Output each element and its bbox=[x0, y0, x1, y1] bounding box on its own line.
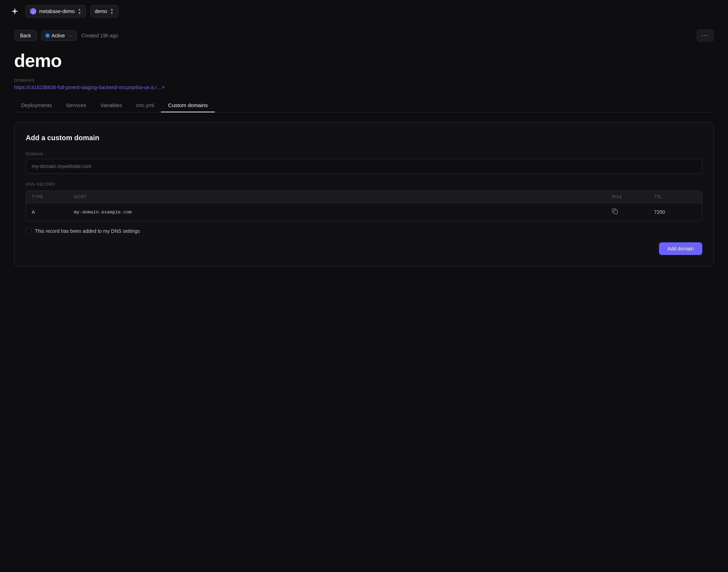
dns-host-cell: my-domain.example.com bbox=[74, 210, 612, 215]
project-selector-chevrons: ▲▼ bbox=[77, 7, 81, 15]
logo bbox=[8, 5, 21, 18]
dns-record-table: TYPE HOST IPV4 TTL A my-domain.example.c… bbox=[26, 191, 702, 221]
project-icon bbox=[30, 8, 36, 14]
card-title: Add a custom domain bbox=[26, 134, 702, 142]
svg-rect-0 bbox=[614, 210, 617, 214]
status-more: ··· bbox=[68, 33, 73, 38]
dns-table-header: TYPE HOST IPV4 TTL bbox=[26, 191, 702, 203]
domains-section: DOMAINS https://c418236836-full-pment-st… bbox=[14, 78, 714, 90]
env-selector-chevrons: ▲▼ bbox=[110, 7, 114, 15]
dns-col-ipv4: IPV4 bbox=[612, 194, 654, 199]
domain-input[interactable] bbox=[26, 159, 702, 174]
add-domain-button[interactable]: Add domain bbox=[659, 242, 702, 255]
tabs: Deployments Services Variables cnc.yml C… bbox=[14, 99, 714, 112]
env-selector[interactable]: demo ▲▼ bbox=[90, 5, 118, 18]
env-selector-label: demo bbox=[95, 8, 107, 14]
domain-link[interactable]: https://c418236836-full-pment-staging-ba… bbox=[14, 85, 714, 90]
tab-deployments[interactable]: Deployments bbox=[14, 99, 59, 112]
tab-variables[interactable]: Variables bbox=[93, 99, 129, 112]
tab-services[interactable]: Services bbox=[59, 99, 94, 112]
dns-col-ttl: TTL bbox=[654, 194, 696, 199]
status-label: Active bbox=[51, 33, 65, 38]
status-badge[interactable]: Active ··· bbox=[41, 30, 77, 41]
project-selector[interactable]: metabase-demo ▲▼ bbox=[25, 5, 86, 18]
tab-cnc-yml[interactable]: cnc.yml bbox=[129, 99, 161, 112]
page-title: demo bbox=[14, 50, 714, 71]
dns-type-cell: A bbox=[32, 209, 74, 215]
dns-col-type: TYPE bbox=[32, 194, 74, 199]
main-content: Back Active ··· Created 19h ago ··· demo… bbox=[0, 23, 728, 274]
topnav: metabase-demo ▲▼ demo ▲▼ bbox=[0, 0, 728, 23]
created-info: Created 19h ago bbox=[81, 33, 118, 38]
copy-icon[interactable] bbox=[612, 210, 618, 216]
checkbox-row: This record has been added to my DNS set… bbox=[26, 228, 702, 234]
card-footer: Add domain bbox=[26, 242, 702, 255]
dns-ttl-cell: 7200 bbox=[654, 209, 696, 215]
dns-col-host: HOST bbox=[74, 194, 612, 199]
domains-label: DOMAINS bbox=[14, 78, 714, 82]
custom-domains-card: Add a custom domain DOMAIN DNS RECORD TY… bbox=[14, 122, 714, 267]
project-selector-label: metabase-demo bbox=[39, 8, 75, 14]
action-bar: Back Active ··· Created 19h ago ··· bbox=[14, 30, 714, 42]
table-row: A my-domain.example.com 7200 bbox=[26, 203, 702, 221]
more-button[interactable]: ··· bbox=[697, 30, 714, 42]
dns-ipv4-cell bbox=[612, 208, 654, 216]
dns-added-checkbox[interactable] bbox=[26, 228, 31, 234]
back-button[interactable]: Back bbox=[14, 30, 37, 41]
tab-custom-domains[interactable]: Custom domains bbox=[161, 99, 215, 112]
status-dot bbox=[46, 34, 49, 37]
checkbox-label: This record has been added to my DNS set… bbox=[35, 228, 140, 234]
dns-record-label: DNS RECORD bbox=[26, 182, 702, 186]
action-bar-left: Back Active ··· Created 19h ago bbox=[14, 30, 118, 41]
domain-field-label: DOMAIN bbox=[26, 152, 702, 156]
